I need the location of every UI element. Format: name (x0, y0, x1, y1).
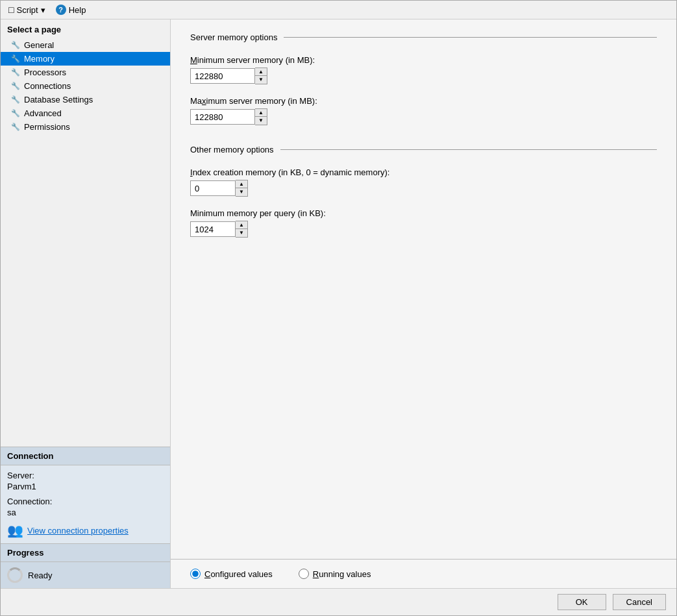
index-creation-decrement[interactable]: ▼ (236, 188, 247, 196)
sidebar-item-memory[interactable]: 🔧 Memory (1, 52, 170, 66)
index-creation-input-container: ▲ ▼ (190, 180, 657, 197)
script-icon: □ (8, 5, 14, 15)
script-button[interactable]: □ Script ▾ (8, 5, 45, 15)
footer: OK Cancel (1, 588, 676, 615)
other-memory-title: Other memory options (190, 145, 274, 154)
sidebar-item-label-general: General (24, 40, 54, 50)
sidebar-item-label-processors: Processors (24, 68, 66, 77)
script-dropdown-icon: ▾ (41, 5, 45, 15)
sidebar-item-advanced[interactable]: 🔧 Advanced (1, 106, 170, 120)
ok-button[interactable]: OK (558, 594, 606, 610)
sidebar-item-label-permissions: Permissions (24, 122, 70, 132)
sidebar-item-processors[interactable]: 🔧 Processors (1, 66, 170, 79)
sidebar-section-title: Select a page (1, 19, 170, 38)
bottom-options-area: Configured values Running values (171, 559, 676, 588)
index-creation-label: Index creation memory (in KB, 0 = dynami… (190, 167, 657, 177)
min-query-increment[interactable]: ▲ (236, 221, 247, 229)
other-memory-section-header: Other memory options (190, 145, 657, 154)
min-query-input-container: ▲ ▼ (190, 221, 657, 238)
connection-icon: 👥 (7, 523, 23, 538)
running-values-radio[interactable] (299, 569, 309, 579)
wrench-icon-advanced: 🔧 (11, 109, 20, 117)
min-memory-decrement[interactable]: ▼ (255, 76, 267, 84)
toolbar: □ Script ▾ ? Help (1, 1, 676, 19)
sidebar-item-label-connections: Connections (24, 81, 71, 91)
wrench-icon-processors: 🔧 (11, 68, 20, 77)
connection-server-label: Server: (7, 471, 164, 480)
right-panel: Server memory options Minimum server mem… (171, 19, 676, 588)
connection-label: Connection: (7, 497, 164, 506)
cancel-button[interactable]: Cancel (613, 594, 666, 610)
progress-spinner (7, 567, 23, 583)
help-icon: ? (56, 5, 66, 15)
max-memory-decrement[interactable]: ▼ (255, 117, 267, 125)
sidebar-item-database-settings[interactable]: 🔧 Database Settings (1, 93, 170, 106)
min-memory-group: Minimum server memory (in MB): ▲ ▼ (190, 55, 657, 84)
min-memory-input-container: ▲ ▼ (190, 68, 657, 84)
script-label: Script (16, 5, 38, 15)
connection-server-value: Parvm1 (7, 482, 164, 491)
connection-section: Connection Server: Parvm1 Connection: sa (1, 447, 170, 543)
min-query-input[interactable] (190, 221, 236, 237)
min-query-label: Minimum memory per query (in KB): (190, 208, 657, 218)
configured-values-label: Configured values (204, 569, 273, 579)
progress-section: Progress Ready (1, 543, 170, 588)
sidebar-item-label-memory: Memory (24, 54, 55, 64)
wrench-icon-connections: 🔧 (11, 82, 20, 90)
index-creation-input[interactable] (190, 180, 236, 196)
min-query-decrement[interactable]: ▼ (236, 229, 247, 237)
index-creation-increment[interactable]: ▲ (236, 180, 247, 188)
min-query-group: Minimum memory per query (in KB): ▲ ▼ (190, 208, 657, 238)
max-memory-input-container: ▲ ▼ (190, 108, 657, 125)
sidebar-item-label-advanced: Advanced (24, 108, 62, 118)
server-memory-title: Server memory options (190, 32, 277, 42)
other-memory-divider (280, 149, 657, 150)
configured-values-radio[interactable] (190, 569, 201, 579)
running-values-label: Running values (313, 569, 371, 579)
content-area: Server memory options Minimum server mem… (171, 19, 676, 559)
wrench-icon-permissions: 🔧 (11, 123, 20, 131)
max-memory-group: Maximum server memory (in MB): ▲ ▼ (190, 96, 657, 125)
max-memory-increment[interactable]: ▲ (255, 109, 267, 117)
index-creation-group: Index creation memory (in KB, 0 = dynami… (190, 167, 657, 197)
help-label: Help (69, 5, 86, 15)
min-memory-spinners: ▲ ▼ (255, 68, 267, 84)
min-memory-input[interactable] (190, 68, 255, 84)
min-memory-increment[interactable]: ▲ (255, 68, 267, 76)
min-memory-label: Minimum server memory (in MB): (190, 55, 657, 65)
view-connection-link[interactable]: 👥 View connection properties (7, 523, 164, 538)
max-memory-input[interactable] (190, 109, 255, 125)
wrench-icon-database-settings: 🔧 (11, 95, 20, 104)
server-memory-section-header: Server memory options (190, 32, 657, 42)
view-connection-anchor[interactable]: View connection properties (27, 526, 129, 536)
max-memory-label: Maximum server memory (in MB): (190, 96, 657, 106)
sidebar: Select a page General 🔧 Memory 🔧 Process… (1, 19, 171, 588)
connection-header: Connection (1, 447, 170, 465)
connection-value: sa (7, 508, 164, 517)
wrench-icon-general (11, 41, 20, 49)
wrench-icon-memory: 🔧 (11, 55, 20, 63)
sidebar-item-label-database-settings: Database Settings (24, 95, 93, 105)
sidebar-item-permissions[interactable]: 🔧 Permissions (1, 120, 170, 134)
max-memory-spinners: ▲ ▼ (255, 108, 267, 125)
index-creation-spinners: ▲ ▼ (236, 180, 248, 197)
sidebar-item-general[interactable]: General (1, 38, 170, 52)
running-values-option[interactable]: Running values (299, 569, 371, 579)
min-query-spinners: ▲ ▼ (236, 221, 248, 238)
progress-status: Ready (28, 571, 53, 580)
progress-header: Progress (1, 544, 170, 562)
sidebar-item-connections[interactable]: 🔧 Connections (1, 79, 170, 93)
help-button[interactable]: ? Help (56, 5, 86, 15)
configured-values-option[interactable]: Configured values (190, 569, 273, 579)
server-memory-divider (284, 37, 657, 38)
